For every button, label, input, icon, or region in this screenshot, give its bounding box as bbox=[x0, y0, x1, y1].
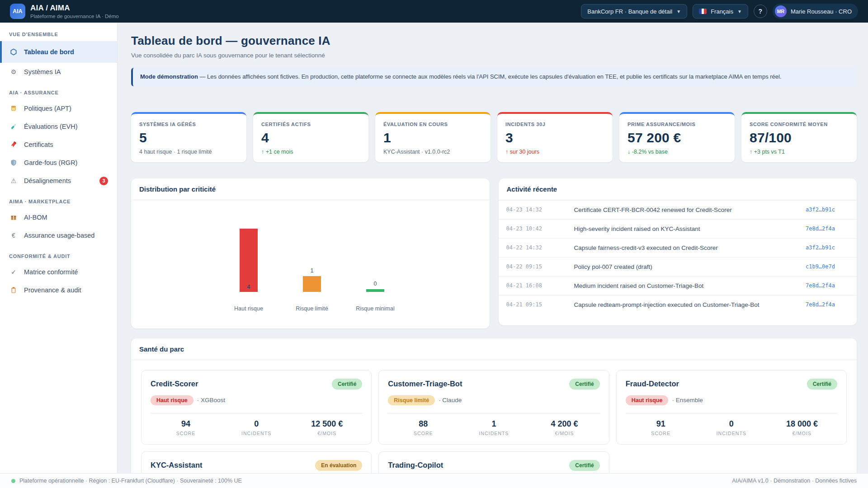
system-card-credit-scorer[interactable]: Credit-Scorer Certifié Haut risque · XGB… bbox=[141, 370, 372, 445]
kpi-card-score-conformite: SCORE CONFORMITÉ MOYEN 87/100 ↑ +3 pts v… bbox=[741, 112, 857, 162]
activity-row: 04-23 10:42 High-severity incident raise… bbox=[499, 219, 857, 238]
divider bbox=[151, 413, 362, 413]
system-name: KYC-Assistant bbox=[151, 461, 203, 469]
incidents-label: INCIDENTS bbox=[696, 431, 767, 436]
bar bbox=[303, 276, 321, 292]
score-label: SCORE bbox=[388, 431, 458, 436]
score-value: 88 bbox=[388, 419, 458, 429]
risk-badge: Haut risque bbox=[626, 395, 669, 405]
user-name: Marie Rousseau · CRO bbox=[791, 8, 852, 15]
status-left-text: Plateforme opérationnelle · Région : EU-… bbox=[19, 478, 242, 484]
activity-time: 04-22 14:32 bbox=[506, 244, 574, 251]
cost-label: €/MOIS bbox=[767, 431, 837, 436]
system-model: · XGBoost bbox=[197, 397, 225, 404]
activity-hash-link[interactable]: c1b9…0e7d bbox=[806, 263, 835, 270]
activity-hash-link[interactable]: 7e8d…2f4a bbox=[806, 225, 835, 232]
demo-mode-banner: Mode démonstration — Les données affiché… bbox=[131, 68, 857, 86]
activity-time: 04-23 10:42 bbox=[506, 225, 574, 232]
criticality-chart-panel: Distribution par criticité 4 Haut risque… bbox=[131, 178, 490, 328]
sidebar-item-tableau-de-bord[interactable]: Tableau de bord bbox=[0, 41, 117, 63]
activity-text: Medium incident raised on Customer-Triag… bbox=[574, 282, 806, 289]
bar-value-label: 1 bbox=[311, 267, 314, 274]
sidebar-item-label: Politiques (APT) bbox=[24, 105, 71, 112]
system-name: Trading-Copilot bbox=[388, 461, 443, 469]
activity-time: 04-21 16:08 bbox=[506, 282, 574, 289]
kpi-sub: ↑ sur 30 jours bbox=[505, 149, 604, 155]
activity-hash-link[interactable]: a3f2…b91c bbox=[806, 244, 835, 251]
activity-hash-link[interactable]: a3f2…b91c bbox=[806, 206, 835, 213]
status-badge: Certifié bbox=[569, 379, 599, 389]
kpi-card-prime-assurance: PRIME ASSURANCE/MOIS 57 200 € ↓ -8.2% vs… bbox=[619, 112, 735, 162]
status-badge: Certifié bbox=[807, 379, 837, 389]
status-dot bbox=[11, 479, 15, 483]
score-label: SCORE bbox=[151, 431, 221, 436]
bar-column-risque-limite: 1 Risque limité bbox=[280, 200, 344, 292]
risk-badge: Risque limité bbox=[388, 395, 435, 405]
sidebar-section-conformite: CONFORMITÉ & AUDIT bbox=[0, 244, 117, 263]
bar-category-label: Risque limité bbox=[280, 305, 344, 312]
sidebar-item-label: Matrice conformité bbox=[24, 268, 78, 276]
incidents-value: 0 bbox=[696, 419, 767, 429]
sidebar-item-systemes-ia[interactable]: ⚙ Systèmes IA bbox=[0, 63, 117, 81]
status-badge: Certifié bbox=[332, 379, 362, 389]
fleet-title: Santé du parc bbox=[131, 338, 857, 360]
sidebar-item-evaluations[interactable]: Évaluations (EVH) bbox=[0, 117, 117, 136]
page-subtitle: Vue consolidée du parc IA sous gouvernan… bbox=[131, 52, 857, 59]
bar bbox=[366, 289, 384, 292]
sidebar-item-assurance-usage[interactable]: € Assurance usage-based bbox=[0, 226, 117, 244]
user-menu[interactable]: MR Marie Rousseau · CRO bbox=[773, 4, 858, 19]
incidents-value: 1 bbox=[458, 419, 529, 429]
page-title: Tableau de bord — gouvernance IA bbox=[131, 34, 857, 48]
sidebar-item-politiques[interactable]: Politiques (APT) bbox=[0, 99, 117, 117]
activity-row: 04-21 09:15 Capsule redteam-prompt-injec… bbox=[499, 295, 857, 314]
sidebar-item-desalignements[interactable]: ⚠ Désalignements 3 bbox=[0, 172, 117, 190]
system-model: · Claude bbox=[439, 397, 462, 404]
fr-flag-icon bbox=[699, 9, 707, 14]
bar-value-label: 4 bbox=[240, 284, 258, 290]
status-badge: Certifié bbox=[569, 460, 599, 471]
kpi-value: 1 bbox=[383, 130, 482, 145]
activity-hash-link[interactable]: 7e8d…2f4a bbox=[806, 282, 835, 289]
system-card-customer-triage-bot[interactable]: Customer-Triage-Bot Certifié Risque limi… bbox=[378, 370, 609, 445]
kpi-value: 57 200 € bbox=[627, 130, 726, 145]
bar-chart: 4 Haut risque 1 Risque limité 0 Risque m… bbox=[131, 200, 490, 328]
sidebar-item-provenance-audit[interactable]: Provenance & audit bbox=[0, 281, 117, 299]
incidents-label: INCIDENTS bbox=[458, 431, 529, 436]
sidebar-item-matrice-conformite[interactable]: ✓ Matrice conformité bbox=[0, 263, 117, 281]
middle-row: Distribution par criticité 4 Haut risque… bbox=[131, 178, 857, 328]
score-value: 91 bbox=[626, 419, 696, 429]
activity-text: Capsule fairness-credit-v3 executed on C… bbox=[574, 244, 806, 251]
kpi-label: ÉVALUATION EN COURS bbox=[383, 122, 482, 127]
kpi-row: SYSTÈMES IA GÉRÉS 5 4 haut risque · 1 ri… bbox=[131, 112, 857, 162]
sidebar-item-label: Évaluations (EVH) bbox=[24, 123, 77, 130]
kpi-value: 5 bbox=[139, 130, 238, 145]
cost-value: 4 200 € bbox=[529, 419, 600, 429]
system-name: Customer-Triage-Bot bbox=[388, 380, 462, 388]
tenant-selector[interactable]: BankCorp FR · Banque de détail ▼ bbox=[581, 4, 687, 19]
language-selector[interactable]: Français ▼ bbox=[693, 4, 748, 19]
top-header: AIA AIA / AIMA Plateforme de gouvernance… bbox=[0, 0, 868, 23]
activity-hash-link[interactable]: 7e8d…2f4a bbox=[806, 301, 835, 308]
system-card-fraud-detector[interactable]: Fraud-Detector Certifié Haut risque · En… bbox=[616, 370, 847, 445]
bar-column-risque-minimal: 0 Risque minimal bbox=[344, 200, 407, 292]
sidebar-item-garde-fous[interactable]: Garde-fous (RGR) bbox=[0, 154, 117, 172]
avatar: MR bbox=[775, 5, 787, 17]
sidebar-item-ai-bom[interactable]: AI-BOM bbox=[0, 208, 117, 226]
sidebar-item-certificats[interactable]: Certificats bbox=[0, 136, 117, 154]
divider bbox=[388, 413, 599, 413]
app-subtitle: Plateforme de gouvernance IA · Démo bbox=[30, 14, 119, 19]
activity-row: 04-23 14:32 Certificate CERT-FR-BCR-0042… bbox=[499, 200, 857, 219]
kpi-card-certifies-actifs: CERTIFIÉS ACTIFS 4 ↑ +1 ce mois bbox=[253, 112, 368, 162]
help-button[interactable]: ? bbox=[754, 5, 767, 18]
risk-badge: Haut risque bbox=[151, 395, 193, 405]
system-name: Credit-Scorer bbox=[151, 380, 198, 388]
sidebar-item-label: Désalignements bbox=[24, 177, 71, 184]
banner-bold: Mode démonstration bbox=[140, 73, 198, 80]
kpi-card-systemes-geres: SYSTÈMES IA GÉRÉS 5 4 haut risque · 1 ri… bbox=[131, 112, 246, 162]
incidents-label: INCIDENTS bbox=[221, 431, 292, 436]
cost-label: €/MOIS bbox=[292, 431, 362, 436]
package-icon bbox=[9, 214, 18, 221]
activity-text: Policy pol-007 created (draft) bbox=[574, 263, 806, 270]
tenant-selector-value: BankCorp FR · Banque de détail bbox=[587, 8, 672, 15]
sidebar-item-label: AI-BOM bbox=[24, 214, 47, 221]
